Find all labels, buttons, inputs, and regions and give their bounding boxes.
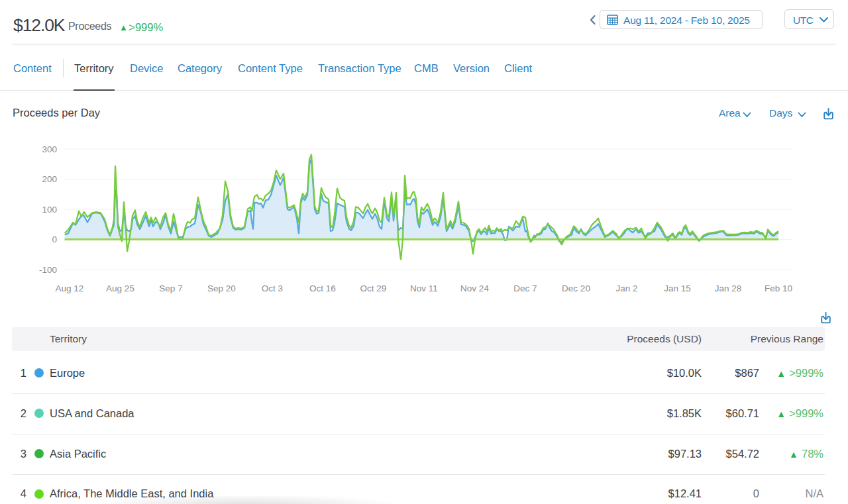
- svg-text:Aug 25: Aug 25: [106, 283, 134, 293]
- svg-text:Oct 3: Oct 3: [262, 283, 283, 293]
- svg-text:Jan 28: Jan 28: [715, 283, 742, 293]
- svg-text:Aug 12: Aug 12: [56, 283, 84, 293]
- svg-text:300: 300: [42, 144, 57, 154]
- svg-text:Oct 16: Oct 16: [309, 283, 336, 293]
- svg-text:Nov 11: Nov 11: [410, 283, 438, 293]
- svg-text:200: 200: [42, 174, 57, 184]
- svg-text:Dec 20: Dec 20: [562, 283, 590, 293]
- svg-text:Nov 24: Nov 24: [460, 283, 489, 293]
- svg-text:Oct 29: Oct 29: [360, 283, 387, 293]
- svg-text:-100: -100: [39, 265, 57, 275]
- svg-text:Jan 2: Jan 2: [615, 283, 637, 293]
- svg-text:Feb 10: Feb 10: [765, 283, 792, 293]
- svg-text:Dec 7: Dec 7: [513, 283, 537, 293]
- svg-text:0: 0: [52, 234, 57, 244]
- svg-text:100: 100: [42, 205, 57, 215]
- svg-text:Sep 20: Sep 20: [207, 283, 236, 293]
- svg-text:Sep 7: Sep 7: [159, 283, 182, 293]
- svg-text:Jan 15: Jan 15: [664, 283, 691, 293]
